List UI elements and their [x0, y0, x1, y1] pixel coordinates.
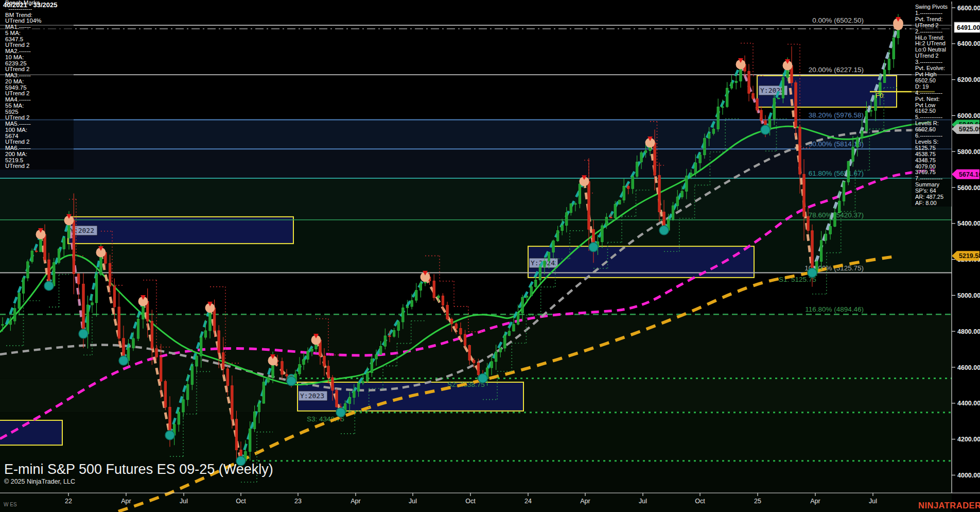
candle-body[interactable]: [672, 206, 674, 219]
candle-body[interactable]: [773, 98, 775, 119]
candle-body[interactable]: [820, 241, 822, 262]
candle-body[interactable]: [748, 71, 750, 93]
candle-body[interactable]: [137, 319, 139, 339]
candle-body[interactable]: [235, 419, 237, 450]
candle-body[interactable]: [722, 107, 724, 108]
candle-body[interactable]: [654, 143, 656, 175]
candle-body[interactable]: [95, 275, 97, 303]
year-range-box[interactable]: [0, 420, 62, 445]
candle-body[interactable]: [717, 107, 719, 129]
candle-body[interactable]: [694, 163, 696, 173]
candle-body[interactable]: [623, 186, 625, 200]
candle-body[interactable]: [91, 303, 93, 305]
candle-body[interactable]: [204, 331, 206, 337]
candle-body[interactable]: [132, 338, 134, 348]
candle-body[interactable]: [442, 296, 444, 305]
candle-body[interactable]: [9, 321, 11, 325]
candle-body[interactable]: [353, 391, 355, 398]
candle-body[interactable]: [460, 329, 462, 334]
candle-body[interactable]: [2, 325, 4, 326]
candle-body[interactable]: [191, 366, 193, 384]
candle-body[interactable]: [856, 138, 859, 147]
candle-body[interactable]: [249, 429, 251, 452]
candle-body[interactable]: [644, 150, 646, 152]
candle-body[interactable]: [402, 308, 404, 322]
candle-body[interactable]: [371, 359, 373, 372]
candle-body[interactable]: [182, 400, 184, 412]
candle-body[interactable]: [82, 284, 84, 334]
candle-body[interactable]: [730, 83, 732, 89]
candle-body[interactable]: [539, 267, 541, 280]
candle-body[interactable]: [676, 197, 678, 206]
candle-body[interactable]: [415, 291, 417, 300]
candle-body[interactable]: [504, 335, 506, 348]
candle-body[interactable]: [640, 152, 642, 162]
candle-body[interactable]: [601, 226, 603, 242]
candle-body[interactable]: [366, 372, 369, 381]
candle-body[interactable]: [286, 374, 288, 376]
candle-body[interactable]: [566, 213, 568, 226]
candle-body[interactable]: [362, 381, 364, 383]
candle-body[interactable]: [499, 348, 501, 352]
candle-body[interactable]: [795, 82, 797, 127]
candle-body[interactable]: [331, 378, 334, 390]
candle-body[interactable]: [379, 346, 381, 354]
candle-body[interactable]: [311, 349, 313, 351]
candle-body[interactable]: [807, 216, 809, 231]
candle-body[interactable]: [535, 280, 537, 286]
candle-body[interactable]: [636, 162, 638, 177]
candle-body[interactable]: [468, 345, 470, 360]
candle-body[interactable]: [658, 175, 660, 212]
candle-body[interactable]: [258, 403, 260, 412]
candle-body[interactable]: [375, 354, 377, 359]
pivot-low-marker[interactable]: [589, 243, 598, 252]
price-chart-canvas[interactable]: Y:2022Y:2023Y:2024Y:20250.00% (6502.50)2…: [0, 0, 980, 512]
candle-body[interactable]: [446, 305, 448, 319]
candle-body[interactable]: [31, 251, 33, 262]
candle-body[interactable]: [433, 281, 435, 298]
candle-body[interactable]: [574, 203, 576, 204]
candle-body[interactable]: [756, 98, 758, 110]
candle-body[interactable]: [726, 88, 728, 107]
candle-body[interactable]: [450, 319, 452, 323]
candle-body[interactable]: [838, 201, 841, 212]
candle-body[interactable]: [218, 331, 220, 353]
pivot-low-marker[interactable]: [761, 125, 770, 134]
pivot-low-marker[interactable]: [478, 373, 487, 383]
candle-body[interactable]: [58, 249, 60, 262]
candle-body[interactable]: [164, 381, 166, 407]
candle-body[interactable]: [27, 262, 29, 278]
candle-body[interactable]: [160, 357, 162, 381]
candle-body[interactable]: [397, 322, 399, 331]
candle-body[interactable]: [552, 241, 554, 252]
candle-body[interactable]: [521, 297, 523, 313]
candle-body[interactable]: [222, 353, 224, 369]
candle-body[interactable]: [632, 176, 634, 189]
candle-body[interactable]: [35, 251, 37, 252]
candle-body[interactable]: [327, 366, 329, 378]
candle-body[interactable]: [77, 274, 79, 284]
candle-body[interactable]: [267, 378, 269, 382]
candle-body[interactable]: [118, 307, 120, 338]
candle-body[interactable]: [852, 147, 854, 161]
candle-body[interactable]: [861, 131, 863, 138]
candle-body[interactable]: [760, 110, 762, 121]
pivot-low-marker[interactable]: [808, 268, 817, 278]
candle-body[interactable]: [437, 296, 440, 298]
candle-body[interactable]: [178, 412, 180, 424]
candle-body[interactable]: [73, 220, 75, 274]
candle-body[interactable]: [712, 129, 714, 134]
pivot-low-marker[interactable]: [119, 356, 128, 365]
candle-body[interactable]: [357, 383, 359, 391]
pivot-low-marker[interactable]: [79, 329, 88, 338]
candle-body[interactable]: [231, 386, 233, 419]
candle-body[interactable]: [491, 362, 493, 368]
candle-body[interactable]: [847, 161, 849, 182]
candle-body[interactable]: [619, 200, 621, 204]
candle-body[interactable]: [495, 352, 497, 362]
candle-body[interactable]: [803, 174, 805, 216]
candle-body[interactable]: [517, 313, 519, 324]
candle-body[interactable]: [44, 234, 46, 260]
candle-body[interactable]: [53, 263, 55, 286]
candle-body[interactable]: [605, 217, 607, 226]
